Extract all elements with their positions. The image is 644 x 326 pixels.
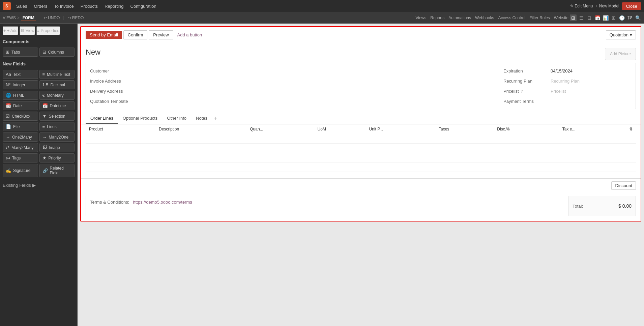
chevron-right-icon: ▶ [32,183,36,188]
form-fields-container: Customer Invoice Address Delivery Addres… [86,63,636,109]
recurring-plan-value[interactable]: Recurring Plan [551,79,632,84]
form-bottom: Terms & Conditions: https://demo5.odoo.c… [81,192,641,221]
chevron-down-icon: ▾ [630,32,632,37]
tab-notes[interactable]: Notes [191,113,212,124]
terms-label: Terms & Conditions: [90,200,129,205]
field-row-quotation-template: Quotation Template [90,96,492,106]
col-resize[interactable]: ⇅ [626,124,636,134]
nav-views[interactable]: Views [415,16,426,20]
quotation-dropdown[interactable]: Quotation ▾ [606,30,636,39]
field-one2many[interactable]: → One2Many [3,132,38,142]
monitor-icon: 🖥 [20,28,24,33]
view-icon-clock[interactable]: 🕐 [618,14,625,21]
image-icon: 🖼 [42,145,47,150]
view-icon-calendar[interactable]: 📅 [594,14,601,21]
field-priority[interactable]: ★ Priority [39,153,75,162]
nav-sales[interactable]: Sales [13,2,30,10]
terms-box: Terms & Conditions: https://demo5.odoo.c… [86,196,568,216]
related-field-icon: 🔗 [42,168,48,173]
view-button[interactable]: 🖥 View [20,26,35,35]
plus-icon: + [3,28,6,33]
add-button[interactable]: + + Add [3,26,18,35]
field-html[interactable]: 🌐 HTML [3,91,38,100]
lines-icon: ≡ [42,124,45,129]
expiration-value[interactable]: 04/15/2024 [551,68,632,73]
form-container: Send by Email Confirm Preview Add a butt… [80,26,641,221]
discount-button[interactable]: Discount [611,181,636,190]
form-title: New [86,48,605,57]
nav-to-invoice[interactable]: To Invoice [51,2,77,10]
multiline-text-icon: ≡ [42,72,45,77]
field-decimal[interactable]: 1.5 Decimal [39,80,75,89]
terms-link[interactable]: https://demo5.odoo.com/terms [133,200,192,205]
confirm-button[interactable]: Confirm [123,30,148,39]
tab-other-info[interactable]: Other Info [162,113,191,124]
add-picture-button[interactable]: Add Picture [605,48,636,60]
field-related-field[interactable]: 🔗 Related Field [39,164,75,177]
field-multiline-text[interactable]: ≡ Multiline Text [39,70,75,79]
table-container: Product Description Quan... UoM Unit P..… [81,124,641,178]
nav-automations[interactable]: Automations [448,16,471,20]
redo-button[interactable]: ↪ REDO [66,15,86,21]
nav-website[interactable]: Website [554,16,568,20]
field-text[interactable]: Aa Text [3,70,38,79]
breadcrumb-views[interactable]: VIEWS [3,16,16,20]
field-signature[interactable]: ✍ Signature [3,164,38,177]
close-button[interactable]: Close [622,2,641,10]
add-a-button-button[interactable]: Add a button [175,31,205,39]
view-icon-form[interactable]: ⊞ [570,14,577,21]
edit-menu-btn[interactable]: ✎ Edit Menu [570,4,593,8]
nav-products[interactable]: Products [78,2,100,10]
tabs-icon: ⊞ [6,50,9,55]
nav-webhooks[interactable]: Webhooks [475,16,494,20]
fields-divider [498,66,498,106]
field-many2one[interactable]: → Many2One [39,132,75,142]
send-by-email-button[interactable]: Send by Email [86,31,122,39]
selection-icon: ▼ [42,114,47,119]
content-area: Send by Email Confirm Preview Add a butt… [78,24,644,326]
existing-fields[interactable]: Existing Fields ▶ [3,181,75,189]
pricelist-value[interactable]: Pricelist [551,89,632,94]
file-icon: 📄 [6,124,11,129]
field-selection[interactable]: ▼ Selection [39,112,75,121]
undo-icon: ↩ [43,16,47,20]
tab-optional-products[interactable]: Optional Products [118,113,162,124]
sidebar: + + Add 🖥 View ≡ Properties Components ⊞… [0,24,78,326]
breadcrumb-form[interactable]: FORM [21,15,36,21]
integer-icon: N° [6,82,11,87]
view-icon-pivot[interactable]: ⊞ [610,14,617,21]
component-tabs[interactable]: ⊞ Tabs [3,48,38,57]
properties-button[interactable]: ≡ Properties [36,26,60,35]
new-model-btn[interactable]: + New Model [595,4,619,8]
component-columns[interactable]: ⊟ Columns [39,48,75,57]
view-icon-list[interactable]: ☰ [578,14,585,21]
text-icon: Aa [6,72,11,77]
table-header-row: Product Description Quan... UoM Unit P..… [86,124,636,134]
search-icon[interactable]: 🔍 [635,14,641,21]
field-checkbox[interactable]: ☑ CheckBox [3,112,38,121]
many2one-icon: → [42,135,47,140]
preview-button[interactable]: Preview [149,30,173,39]
field-lines[interactable]: ≡ Lines [39,122,75,131]
field-tags[interactable]: 🏷 Tags [3,153,38,162]
nav-reporting[interactable]: Reporting [102,2,126,10]
nav-access-control[interactable]: Access Control [498,16,525,20]
field-date[interactable]: 📅 Date [3,101,38,110]
field-many2many[interactable]: ⇄ Many2Many [3,143,38,152]
field-integer[interactable]: N° Integer [3,80,38,89]
view-icon-map[interactable]: 🗺 [626,14,633,21]
tabs-bar: Order Lines Optional Products Other Info… [81,113,641,124]
view-icon-kanban[interactable]: ⊟ [586,14,593,21]
tab-add-button[interactable]: + [212,113,219,124]
undo-button[interactable]: ↩ UNDO [41,15,62,21]
field-file[interactable]: 📄 File [3,122,38,131]
field-image[interactable]: 🖼 Image [39,143,75,152]
nav-configuration[interactable]: Configuration [128,2,159,10]
field-monetary[interactable]: € Monetary [39,91,75,100]
nav-reports[interactable]: Reports [430,16,444,20]
tab-order-lines[interactable]: Order Lines [86,113,118,124]
nav-filter-rules[interactable]: Filter Rules [529,16,550,20]
field-datetime[interactable]: 📅 Datetime [39,101,75,110]
view-icon-chart[interactable]: 📊 [602,14,609,21]
nav-orders[interactable]: Orders [31,2,50,10]
